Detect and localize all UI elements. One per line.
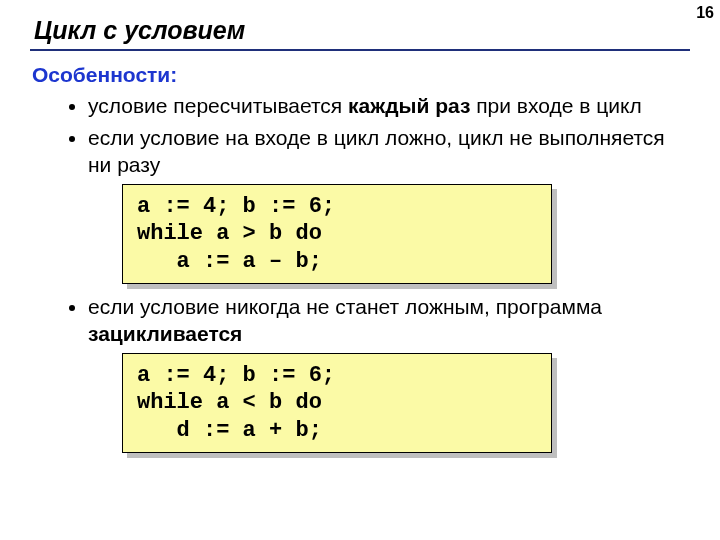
code-block-2: a := 4; b := 6; while a < b do d := a + …	[122, 353, 552, 454]
bullet-1-bold: каждый раз	[348, 94, 470, 117]
code-block-1-wrap: a := 4; b := 6; while a > b do a := a – …	[122, 184, 552, 285]
bullet-1-prefix: условие пересчитывается	[88, 94, 348, 117]
bullet-1: условие пересчитывается каждый раз при в…	[88, 93, 690, 119]
slide-title: Цикл с условием	[34, 16, 690, 45]
bullet-2: если условие на входе в цикл ложно, цикл…	[88, 125, 690, 178]
bullet-list: условие пересчитывается каждый раз при в…	[30, 93, 690, 178]
bullet-3-prefix: если условие никогда не станет ложным, п…	[88, 295, 602, 318]
title-underline	[30, 49, 690, 51]
bullet-1-suffix: при входе в цикл	[470, 94, 641, 117]
slide: 16 Цикл с условием Особенности: условие …	[0, 0, 720, 540]
subheading: Особенности:	[32, 63, 690, 87]
bullet-3: если условие никогда не станет ложным, п…	[88, 294, 690, 347]
code-block-2-wrap: a := 4; b := 6; while a < b do d := a + …	[122, 353, 552, 454]
bullet-3-bold: зацикливается	[88, 322, 242, 345]
code-block-1: a := 4; b := 6; while a > b do a := a – …	[122, 184, 552, 285]
page-number: 16	[696, 4, 714, 22]
bullet-list-2: если условие никогда не станет ложным, п…	[30, 294, 690, 347]
